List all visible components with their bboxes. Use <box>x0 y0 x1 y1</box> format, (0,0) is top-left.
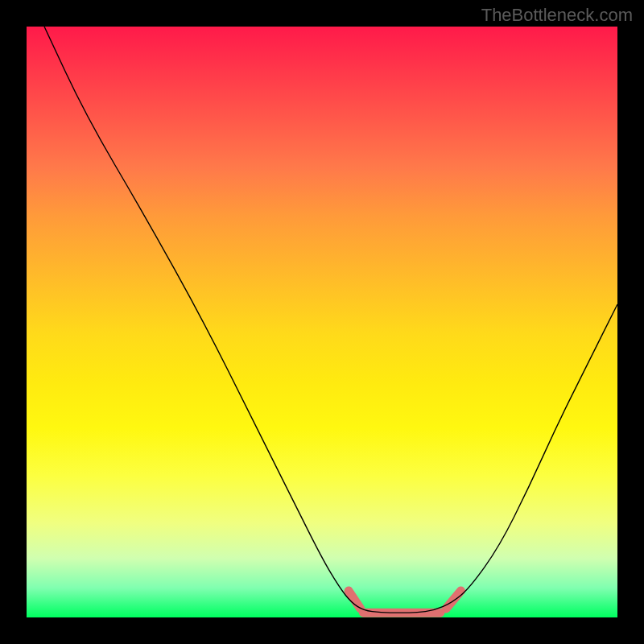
chart-svg <box>27 27 617 617</box>
highlight-right-tick <box>446 591 460 609</box>
highlight-group <box>349 591 460 613</box>
watermark-text: TheBottleneck.com <box>481 5 633 26</box>
highlight-left-tick <box>349 591 361 609</box>
chart-gradient-background <box>27 27 617 617</box>
curve-line <box>44 27 617 613</box>
